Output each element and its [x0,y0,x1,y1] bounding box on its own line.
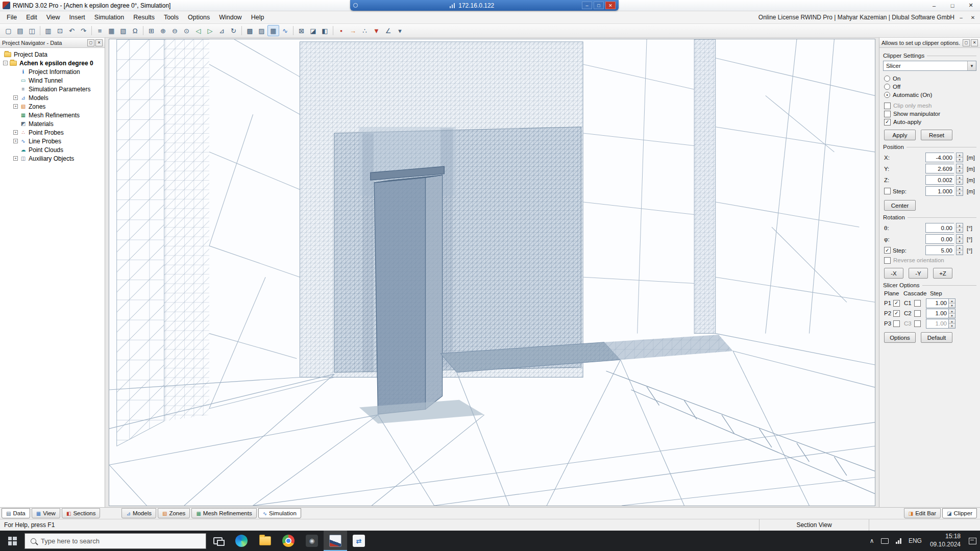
streamlines-icon[interactable]: ∿ [279,25,291,36]
position-x-input[interactable]: -4.000 [925,153,954,162]
expand-icon[interactable]: + [13,156,18,161]
copy-icon[interactable]: ⊡ [54,25,66,36]
search-input[interactable]: Type here to search [24,533,206,549]
mesh-view-icon[interactable]: ▦ [267,25,279,36]
separator[interactable] [241,26,242,35]
tab-simulation[interactable]: ∿ Simulation [258,508,301,518]
position-z-input[interactable]: 0.002 [925,175,954,185]
radio-on[interactable]: On [883,74,976,83]
menu-window[interactable]: Window [214,12,246,23]
redo-icon[interactable]: ↷ [78,25,89,36]
isometric-view-icon[interactable]: ⊿ [216,25,228,36]
plane-checkbox[interactable]: ✓ [893,300,900,307]
cascade-checkbox[interactable] [914,310,921,317]
spinner[interactable]: ▲▼ [956,186,963,196]
child-close-button[interactable]: ✕ [968,13,978,22]
menu-edit[interactable]: Edit [21,12,42,23]
previous-view-icon[interactable]: ◁ [192,25,204,36]
taskbar-capture-app[interactable]: ◉ [300,531,324,551]
menu-help[interactable]: Help [247,12,269,23]
nav-mesh-refinements[interactable]: ▦ Mesh Refinements [0,111,105,119]
solid-mode-icon[interactable]: ▨ [256,25,267,36]
separator[interactable] [333,26,333,35]
check-auto-apply[interactable]: ✓ Auto-apply [883,118,976,126]
rotation-step-input[interactable]: 5.00 [925,245,954,255]
open-file-icon[interactable]: ▤ [14,25,26,36]
print-icon[interactable]: ▥ [42,25,54,36]
nav-zones[interactable]: + ▧ Zones [0,102,105,111]
cascade-checkbox[interactable] [914,320,921,327]
display-properties-icon[interactable]: ▧ [117,25,129,36]
nav-materials[interactable]: ◩ Materials [0,119,105,128]
remote-minimize-button[interactable]: – [582,2,592,9]
close-button[interactable]: ✕ [962,0,980,11]
tab-mesh-refinements[interactable]: ▦ Mesh Refinements [191,508,256,518]
spinner[interactable]: ▲▼ [948,309,955,318]
taskbar-converter-app[interactable]: ⇄ [347,531,371,551]
nav-point-probes[interactable]: + ∴ Point Probes [0,128,105,137]
tab-edit-bar[interactable]: ◨ Edit Bar [904,508,941,518]
viewport-3d[interactable] [109,39,875,506]
rotation-theta-input[interactable]: 0.00 [925,223,954,233]
measure-icon[interactable]: ∠ [382,25,394,36]
tab-clipper[interactable]: ◪ Clipper [942,508,977,518]
menu-file[interactable]: File [2,12,21,23]
spinner[interactable]: ▲▼ [948,319,955,329]
result-filter-icon[interactable]: ▼ [371,25,382,36]
nav-simulation-parameters[interactable]: ≡ Simulation Parameters [0,85,105,93]
tray-network-icon[interactable] [892,531,905,551]
zoom-all-icon[interactable]: ⊙ [181,25,192,36]
expand-icon[interactable]: + [13,130,18,135]
tab-zones[interactable]: ▧ Zones [158,508,190,518]
start-button[interactable] [0,531,24,551]
reset-button[interactable]: Reset [921,130,952,140]
taskbar-rwind[interactable] [324,531,347,551]
checkbox-icon[interactable] [884,111,891,117]
menu-tools[interactable]: Tools [159,12,183,23]
clock[interactable]: 15:18 09.10.2024 [925,533,965,548]
separator[interactable] [40,26,40,35]
pin-icon[interactable]: ◻ [87,39,94,46]
center-button[interactable]: Center [884,200,916,211]
nav-wind-tunnel[interactable]: ▭ Wind Tunnel [0,76,105,85]
tray-monitor-icon[interactable] [877,531,892,551]
taskbar-chrome[interactable] [277,531,300,551]
project-navigator-icon[interactable]: ≡ [94,25,106,36]
radio-off[interactable]: Off [883,83,976,91]
step-input[interactable]: 1.00 ▲▼ [926,309,955,318]
separator[interactable] [143,26,143,35]
plane-checkbox[interactable]: ✓ [893,310,900,317]
tree-project-node[interactable]: − Achen k epsilon degree 0 [0,59,105,67]
options-dropdown-icon[interactable]: ▾ [394,25,406,36]
section-plane-icon[interactable]: ◧ [319,25,331,36]
remote-restore-button[interactable]: □ [594,2,604,9]
nav-point-clouds[interactable]: ☁ Point Clouds [0,145,105,154]
probe-icon[interactable]: ∴ [359,25,371,36]
chevron-up-icon[interactable]: ∧ [866,531,878,551]
check-show-manipulator[interactable]: Show manipulator [883,110,976,118]
menu-results[interactable]: Results [129,12,159,23]
wireframe-mode-icon[interactable]: ▩ [244,25,256,36]
language-indicator[interactable]: ENG [905,531,925,551]
slicer-plane-icon[interactable]: ◪ [307,25,319,36]
wind-direction-icon[interactable]: → [347,25,359,36]
expand-icon[interactable]: + [13,104,18,109]
rotation-phi-input[interactable]: 0.00 [925,234,954,244]
taskbar-file-explorer[interactable] [253,531,277,551]
radio-icon[interactable]: ● [884,92,890,98]
position-step-input[interactable]: 1.000 [925,186,954,196]
spinner[interactable]: ▲▼ [956,175,963,185]
action-center-icon[interactable] [965,531,980,551]
check-reverse-orientation[interactable]: Reverse orientation [883,256,976,264]
options-button[interactable]: Options [884,332,916,343]
radio-automatic-on[interactable]: ● Automatic (On) [883,91,976,99]
close-icon[interactable]: ✕ [95,39,103,46]
rotate-plus-z-button[interactable]: +Z [933,268,952,279]
units-icon[interactable]: Ω [129,25,141,36]
clipping-box-icon[interactable]: ⊠ [296,25,307,36]
tab-sections[interactable]: ◧ Sections [62,508,101,518]
expand-icon[interactable]: + [13,139,18,143]
collapse-icon[interactable]: − [3,61,8,65]
apply-button[interactable]: Apply [884,130,916,140]
zoom-in-icon[interactable]: ⊕ [157,25,169,36]
